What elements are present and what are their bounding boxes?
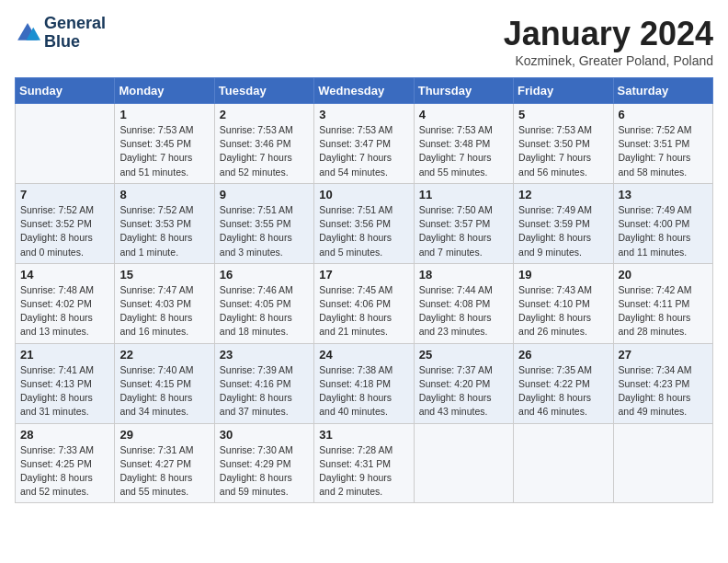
day-info: Sunrise: 7:30 AM Sunset: 4:29 PM Dayligh… (220, 443, 309, 500)
day-info: Sunrise: 7:37 AM Sunset: 4:20 PM Dayligh… (419, 363, 508, 419)
calendar-cell: 27Sunrise: 7:34 AM Sunset: 4:23 PM Dayli… (613, 343, 712, 423)
day-number: 7 (20, 188, 109, 201)
day-number: 20 (619, 268, 708, 282)
day-info: Sunrise: 7:38 AM Sunset: 4:18 PM Dayligh… (319, 363, 408, 419)
day-number: 13 (619, 188, 708, 201)
calendar-cell: 24Sunrise: 7:38 AM Sunset: 4:18 PM Dayli… (314, 343, 414, 423)
calendar-cell: 14Sunrise: 7:48 AM Sunset: 4:02 PM Dayli… (16, 263, 115, 343)
calendar-header-row: SundayMondayTuesdayWednesdayThursdayFrid… (16, 78, 713, 104)
calendar-cell: 9Sunrise: 7:51 AM Sunset: 3:55 PM Daylig… (214, 183, 313, 263)
calendar-cell: 15Sunrise: 7:47 AM Sunset: 4:03 PM Dayli… (115, 263, 214, 343)
column-header-monday: Monday (115, 78, 214, 104)
day-number: 15 (119, 268, 209, 282)
day-number: 25 (419, 348, 508, 362)
day-info: Sunrise: 7:53 AM Sunset: 3:48 PM Dayligh… (419, 123, 508, 179)
calendar-cell: 21Sunrise: 7:41 AM Sunset: 4:13 PM Dayli… (16, 343, 115, 423)
day-number: 11 (419, 188, 508, 201)
calendar-cell (414, 423, 513, 503)
day-info: Sunrise: 7:33 AM Sunset: 4:25 PM Dayligh… (20, 443, 109, 500)
day-number: 1 (119, 108, 209, 121)
calendar-cell: 19Sunrise: 7:43 AM Sunset: 4:10 PM Dayli… (514, 263, 613, 343)
day-number: 9 (220, 188, 309, 201)
calendar-table: SundayMondayTuesdayWednesdayThursdayFrid… (15, 77, 713, 503)
day-info: Sunrise: 7:49 AM Sunset: 4:00 PM Dayligh… (619, 203, 708, 259)
day-number: 5 (518, 108, 608, 121)
title-block: January 2024 Kozminek, Greater Poland, P… (504, 15, 713, 68)
day-info: Sunrise: 7:45 AM Sunset: 4:06 PM Dayligh… (319, 283, 408, 339)
calendar-cell: 18Sunrise: 7:44 AM Sunset: 4:08 PM Dayli… (414, 263, 513, 343)
day-info: Sunrise: 7:41 AM Sunset: 4:13 PM Dayligh… (20, 363, 109, 419)
calendar-cell: 4Sunrise: 7:53 AM Sunset: 3:48 PM Daylig… (414, 104, 513, 184)
calendar-week-row: 1Sunrise: 7:53 AM Sunset: 3:45 PM Daylig… (16, 104, 713, 184)
day-info: Sunrise: 7:44 AM Sunset: 4:08 PM Dayligh… (419, 283, 508, 339)
day-info: Sunrise: 7:48 AM Sunset: 4:02 PM Dayligh… (20, 283, 109, 339)
calendar-cell (613, 423, 712, 503)
logo-icon (15, 20, 40, 46)
logo-text: General Blue (44, 15, 106, 52)
day-info: Sunrise: 7:51 AM Sunset: 3:55 PM Dayligh… (220, 203, 309, 259)
day-number: 29 (119, 428, 209, 442)
day-info: Sunrise: 7:53 AM Sunset: 3:50 PM Dayligh… (518, 123, 608, 179)
calendar-cell: 11Sunrise: 7:50 AM Sunset: 3:57 PM Dayli… (414, 183, 513, 263)
day-number: 12 (518, 188, 608, 201)
calendar-cell: 23Sunrise: 7:39 AM Sunset: 4:16 PM Dayli… (214, 343, 313, 423)
day-number: 22 (119, 348, 209, 362)
calendar-cell: 16Sunrise: 7:46 AM Sunset: 4:05 PM Dayli… (214, 263, 313, 343)
day-info: Sunrise: 7:40 AM Sunset: 4:15 PM Dayligh… (119, 363, 209, 419)
day-number: 8 (119, 188, 209, 201)
day-info: Sunrise: 7:50 AM Sunset: 3:57 PM Dayligh… (419, 203, 508, 259)
day-number: 4 (419, 108, 508, 121)
day-info: Sunrise: 7:47 AM Sunset: 4:03 PM Dayligh… (119, 283, 209, 339)
calendar-week-row: 28Sunrise: 7:33 AM Sunset: 4:25 PM Dayli… (16, 423, 713, 503)
day-number: 3 (319, 108, 408, 121)
day-info: Sunrise: 7:52 AM Sunset: 3:51 PM Dayligh… (619, 123, 708, 179)
calendar-cell: 31Sunrise: 7:28 AM Sunset: 4:31 PM Dayli… (314, 423, 414, 503)
day-info: Sunrise: 7:34 AM Sunset: 4:23 PM Dayligh… (619, 363, 708, 419)
day-info: Sunrise: 7:53 AM Sunset: 3:46 PM Dayligh… (220, 123, 309, 179)
day-info: Sunrise: 7:31 AM Sunset: 4:27 PM Dayligh… (119, 443, 209, 500)
day-number: 23 (220, 348, 309, 362)
day-number: 28 (20, 428, 109, 442)
calendar-cell: 1Sunrise: 7:53 AM Sunset: 3:45 PM Daylig… (115, 104, 214, 184)
day-info: Sunrise: 7:28 AM Sunset: 4:31 PM Dayligh… (319, 443, 408, 500)
day-number: 18 (419, 268, 508, 282)
column-header-wednesday: Wednesday (314, 78, 414, 104)
calendar-title: January 2024 (504, 15, 713, 53)
calendar-cell: 8Sunrise: 7:52 AM Sunset: 3:53 PM Daylig… (115, 183, 214, 263)
day-info: Sunrise: 7:52 AM Sunset: 3:52 PM Dayligh… (20, 203, 109, 259)
header: General Blue January 2024 Kozminek, Grea… (15, 15, 713, 68)
day-number: 24 (319, 348, 408, 362)
page-wrapper: General Blue January 2024 Kozminek, Grea… (15, 15, 713, 503)
day-info: Sunrise: 7:51 AM Sunset: 3:56 PM Dayligh… (319, 203, 408, 259)
calendar-cell: 7Sunrise: 7:52 AM Sunset: 3:52 PM Daylig… (16, 183, 115, 263)
calendar-week-row: 21Sunrise: 7:41 AM Sunset: 4:13 PM Dayli… (16, 343, 713, 423)
day-info: Sunrise: 7:49 AM Sunset: 3:59 PM Dayligh… (518, 203, 608, 259)
calendar-cell: 3Sunrise: 7:53 AM Sunset: 3:47 PM Daylig… (314, 104, 414, 184)
day-number: 27 (619, 348, 708, 362)
day-number: 10 (319, 188, 408, 201)
day-number: 16 (220, 268, 309, 282)
calendar-cell: 17Sunrise: 7:45 AM Sunset: 4:06 PM Dayli… (314, 263, 414, 343)
day-number: 21 (20, 348, 109, 362)
day-info: Sunrise: 7:52 AM Sunset: 3:53 PM Dayligh… (119, 203, 209, 259)
calendar-subtitle: Kozminek, Greater Poland, Poland (504, 53, 713, 68)
day-info: Sunrise: 7:53 AM Sunset: 3:47 PM Dayligh… (319, 123, 408, 179)
day-number: 6 (619, 108, 708, 121)
calendar-cell: 30Sunrise: 7:30 AM Sunset: 4:29 PM Dayli… (214, 423, 313, 503)
calendar-cell: 2Sunrise: 7:53 AM Sunset: 3:46 PM Daylig… (214, 104, 313, 184)
calendar-cell: 28Sunrise: 7:33 AM Sunset: 4:25 PM Dayli… (16, 423, 115, 503)
day-info: Sunrise: 7:53 AM Sunset: 3:45 PM Dayligh… (119, 123, 209, 179)
calendar-cell: 13Sunrise: 7:49 AM Sunset: 4:00 PM Dayli… (613, 183, 712, 263)
calendar-cell: 22Sunrise: 7:40 AM Sunset: 4:15 PM Dayli… (115, 343, 214, 423)
day-info: Sunrise: 7:42 AM Sunset: 4:11 PM Dayligh… (619, 283, 708, 339)
calendar-cell (16, 104, 115, 184)
column-header-tuesday: Tuesday (214, 78, 313, 104)
calendar-cell (514, 423, 613, 503)
day-number: 31 (319, 428, 408, 442)
calendar-cell: 29Sunrise: 7:31 AM Sunset: 4:27 PM Dayli… (115, 423, 214, 503)
day-number: 30 (220, 428, 309, 442)
day-number: 19 (518, 268, 608, 282)
day-number: 17 (319, 268, 408, 282)
column-header-saturday: Saturday (613, 78, 712, 104)
calendar-cell: 6Sunrise: 7:52 AM Sunset: 3:51 PM Daylig… (613, 104, 712, 184)
